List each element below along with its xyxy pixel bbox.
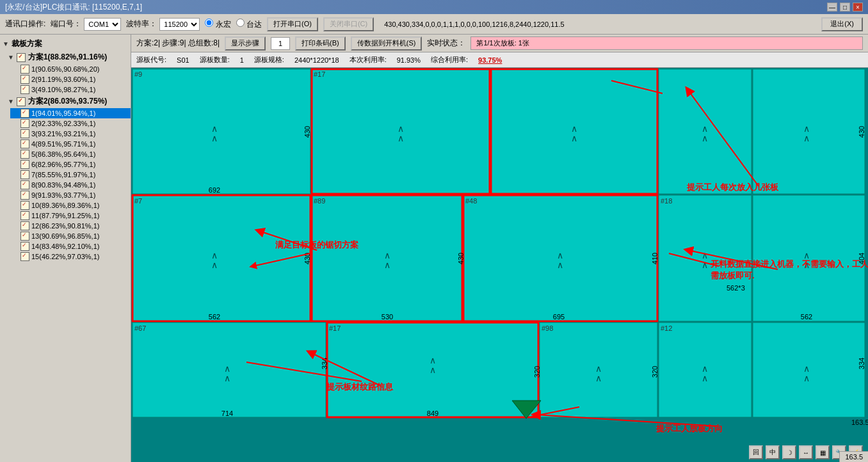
send-to-machine-button[interactable]: 传数据到开料机(S) bbox=[351, 36, 422, 51]
svg-text:#98: #98 bbox=[542, 324, 553, 332]
svg-text:430: 430 bbox=[303, 126, 311, 138]
s2-item-3[interactable]: 3(93.21%,93.21%,1) bbox=[10, 129, 131, 139]
svg-text:∧: ∧ bbox=[702, 250, 708, 260]
step-input[interactable]: 1 bbox=[271, 37, 290, 50]
solution-2-group: ▼ 方案2(86.03%,93.75%) 1(94.01%,95.94%,1) … bbox=[0, 95, 131, 262]
util-value: 91.93% bbox=[397, 56, 421, 64]
s1-cb-1 bbox=[20, 65, 29, 74]
s1-item-2-label: 2(91.19%,93.60%,1) bbox=[31, 76, 95, 83]
sidebar-title-label: 裁板方案 bbox=[12, 38, 42, 49]
s2-item-7-label: 7(85.55%,91.97%,1) bbox=[31, 171, 95, 179]
close-button[interactable]: × bbox=[853, 3, 863, 12]
s2-cb-6 bbox=[20, 160, 29, 169]
s1-item-2[interactable]: 2(91.19%,93.60%,1) bbox=[10, 74, 131, 84]
svg-rect-48 bbox=[133, 323, 326, 417]
s2-item-5[interactable]: 5(86.38%,95.64%,1) bbox=[10, 149, 131, 159]
tool-btn-4[interactable]: ↔ bbox=[799, 445, 813, 459]
svg-line-77 bbox=[611, 81, 663, 93]
solution-1-items: 1(90.65%,90.68%,20) 2(91.19%,93.60%,1) 3… bbox=[5, 64, 131, 95]
s1-item-1-label: 1(90.65%,90.68%,20) bbox=[31, 65, 99, 73]
svg-text:334: 334 bbox=[858, 358, 865, 369]
port-select[interactable]: COM1 bbox=[84, 18, 121, 31]
exit-button[interactable]: 退出(X) bbox=[821, 17, 863, 31]
s2-cb-12 bbox=[20, 221, 29, 230]
svg-line-86 bbox=[536, 415, 717, 426]
expand-s1-icon: ▼ bbox=[8, 54, 14, 61]
toolbar: 通讯口操作: 端口号： COM1 波特率： 115200 永宏 台达 打开串口(… bbox=[0, 14, 868, 35]
maximize-button[interactable]: □ bbox=[840, 3, 850, 12]
s2-item-3-label: 3(93.21%,93.21%,1) bbox=[31, 130, 95, 138]
main-panel: 方案:2| 步骤:9| 总组数:8| 显示步骤 1 打印条码(B) 传数据到开料… bbox=[131, 35, 868, 462]
expand-icon[interactable]: ▼ bbox=[3, 40, 9, 47]
svg-line-76 bbox=[253, 253, 310, 266]
radio-yonghong[interactable]: 永宏 bbox=[205, 19, 230, 30]
svg-text:714: 714 bbox=[221, 410, 233, 417]
qty-label: 源板数量: bbox=[200, 55, 230, 65]
port-group: 端口号： COM1 bbox=[51, 18, 121, 31]
s2-item-12[interactable]: 12(86.23%,90.81%,1) bbox=[10, 221, 131, 231]
svg-text:430: 430 bbox=[858, 126, 865, 138]
svg-rect-29 bbox=[463, 195, 657, 321]
s2-item-9[interactable]: 9(91.93%,93.77%,1) bbox=[10, 190, 131, 200]
s2-cb-5 bbox=[20, 150, 29, 159]
svg-text:∧: ∧ bbox=[803, 363, 810, 374]
svg-rect-52 bbox=[327, 323, 538, 417]
s2-item-5-label: 5(86.38%,95.64%,1) bbox=[31, 150, 95, 158]
svg-text:#7: #7 bbox=[134, 197, 142, 205]
spec-value: 2440*1220*18 bbox=[294, 56, 339, 64]
s2-item-15-label: 15(46.22%,97.03%,1) bbox=[31, 253, 99, 260]
s2-item-15[interactable]: 15(46.22%,97.03%,1) bbox=[10, 251, 131, 262]
util-label: 本次利用率: bbox=[350, 55, 387, 65]
svg-rect-14 bbox=[753, 69, 865, 194]
svg-text:#48: #48 bbox=[465, 197, 477, 205]
svg-text:530: 530 bbox=[382, 313, 393, 321]
s2-item-11[interactable]: 11(87.79%,91.25%,1) bbox=[10, 211, 131, 221]
s1-item-1[interactable]: 1(90.65%,90.68%,20) bbox=[10, 64, 131, 74]
open-port-button[interactable]: 打开串口(O) bbox=[267, 17, 318, 31]
tool-btn-5[interactable]: ▦ bbox=[816, 445, 830, 459]
s2-item-1[interactable]: 1(94.01%,95.94%,1) bbox=[10, 108, 131, 118]
svg-text:562: 562 bbox=[209, 313, 220, 321]
svg-text:#17: #17 bbox=[329, 324, 341, 332]
svg-text:695: 695 bbox=[553, 313, 565, 321]
tool-btn-3[interactable]: ☽ bbox=[782, 445, 796, 459]
svg-line-83 bbox=[688, 90, 759, 186]
s2-item-7[interactable]: 7(85.55%,91.97%,1) bbox=[10, 170, 131, 180]
s2-item-8-label: 8(90.83%,94.48%,1) bbox=[31, 181, 95, 189]
window-title: [永宏/台达]PLC接口通讯: [115200,E,7,1] bbox=[5, 2, 142, 13]
s2-item-2[interactable]: 2(92.33%,92.33%,1) bbox=[10, 118, 131, 129]
solution-1-header[interactable]: ▼ 方案1(88.82%,91.16%) bbox=[5, 51, 131, 64]
s2-cb-2 bbox=[20, 119, 29, 128]
print-barcode-button[interactable]: 打印条码(B) bbox=[295, 36, 346, 51]
solution-2-label: 方案2(86.03%,93.75%) bbox=[28, 96, 107, 107]
annotation-3: 开料数据直接进入机器，不需要输入，工人只需放板即可. bbox=[711, 259, 868, 282]
tool-btn-2[interactable]: 中 bbox=[766, 445, 780, 459]
svg-rect-4 bbox=[312, 69, 490, 194]
minimize-button[interactable]: — bbox=[827, 3, 837, 12]
total-util-value: 93.75% bbox=[478, 56, 502, 64]
solution-2-header[interactable]: ▼ 方案2(86.03%,93.75%) bbox=[5, 95, 131, 108]
svg-line-79 bbox=[246, 362, 362, 381]
svg-text:∧: ∧ bbox=[224, 363, 230, 374]
radio-group: 永宏 台达 bbox=[205, 19, 262, 30]
svg-text:410: 410 bbox=[651, 253, 659, 264]
s2-item-4[interactable]: 4(89.51%,95.71%,1) bbox=[10, 139, 131, 149]
svg-text:∧: ∧ bbox=[702, 133, 708, 143]
s2-item-6[interactable]: 6(82.96%,95.77%,1) bbox=[10, 159, 131, 170]
s2-item-8[interactable]: 8(90.83%,94.48%,1) bbox=[10, 180, 131, 190]
show-step-button[interactable]: 显示步骤 bbox=[225, 36, 266, 51]
board-code-value: S01 bbox=[177, 56, 189, 64]
close-port-button[interactable]: 关闭串口(C) bbox=[323, 17, 374, 31]
tool-btn-1[interactable]: 回 bbox=[749, 445, 763, 459]
s1-item-3[interactable]: 3(49.10%,98.27%,1) bbox=[10, 84, 131, 95]
svg-text:430: 430 bbox=[303, 253, 311, 264]
baud-select[interactable]: 115200 bbox=[159, 18, 200, 31]
s2-item-10[interactable]: 10(89.36%,89.36%,1) bbox=[10, 200, 131, 211]
svg-text:∧: ∧ bbox=[430, 355, 436, 365]
s2-item-14[interactable]: 14(83.48%,92.10%,1) bbox=[10, 241, 131, 251]
svg-text:∧: ∧ bbox=[595, 363, 602, 374]
radio-taida[interactable]: 台达 bbox=[236, 19, 262, 30]
realtime-status-value: 第1/1次放板: 1张 bbox=[470, 36, 863, 50]
svg-text:∧: ∧ bbox=[702, 373, 708, 383]
s2-item-13[interactable]: 13(90.69%,96.85%,1) bbox=[10, 231, 131, 241]
